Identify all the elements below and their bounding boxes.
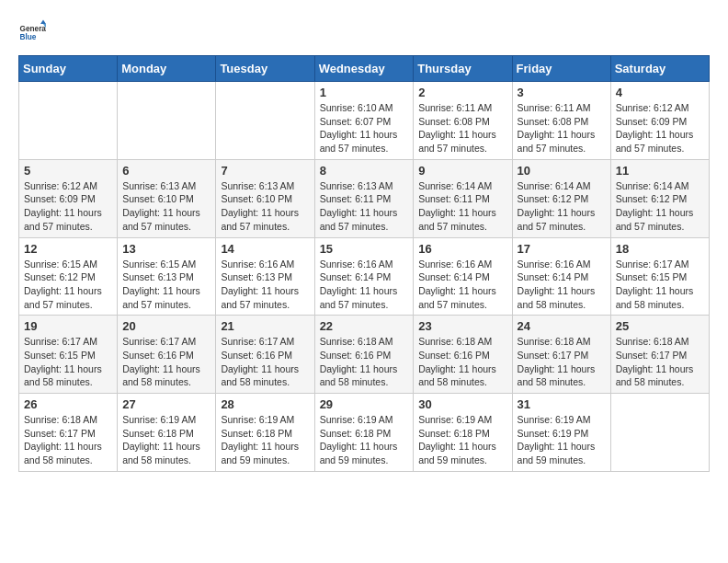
day-number: 15	[320, 242, 409, 256]
day-number: 1	[320, 86, 409, 99]
logo-icon: General Blue	[18, 18, 46, 46]
day-number: 27	[122, 397, 210, 411]
calendar-cell: 21Sunrise: 6:17 AM Sunset: 6:16 PM Dayli…	[216, 316, 314, 394]
weekday-header-monday: Monday	[118, 56, 216, 82]
calendar-cell: 5Sunrise: 6:12 AM Sunset: 6:09 PM Daylig…	[19, 159, 118, 237]
calendar-cell: 18Sunrise: 6:17 AM Sunset: 6:15 PM Dayli…	[610, 237, 709, 316]
day-info: Sunrise: 6:18 AM Sunset: 6:17 PM Dayligh…	[24, 413, 112, 467]
calendar-cell: 24Sunrise: 6:18 AM Sunset: 6:17 PM Dayli…	[512, 316, 610, 394]
calendar-cell: 20Sunrise: 6:17 AM Sunset: 6:16 PM Dayli…	[118, 316, 216, 394]
day-info: Sunrise: 6:18 AM Sunset: 6:17 PM Dayligh…	[518, 335, 606, 389]
day-number: 26	[24, 397, 112, 411]
day-number: 4	[616, 86, 704, 99]
calendar-cell: 13Sunrise: 6:15 AM Sunset: 6:13 PM Dayli…	[118, 237, 216, 316]
day-info: Sunrise: 6:13 AM Sunset: 6:10 PM Dayligh…	[122, 179, 210, 234]
day-info: Sunrise: 6:14 AM Sunset: 6:11 PM Dayligh…	[418, 179, 506, 234]
svg-text:Blue: Blue	[20, 33, 37, 41]
day-info: Sunrise: 6:17 AM Sunset: 6:16 PM Dayligh…	[221, 335, 309, 389]
calendar-cell: 19Sunrise: 6:17 AM Sunset: 6:15 PM Dayli…	[19, 316, 118, 394]
day-info: Sunrise: 6:15 AM Sunset: 6:13 PM Dayligh…	[122, 258, 210, 312]
day-info: Sunrise: 6:17 AM Sunset: 6:15 PM Dayligh…	[616, 258, 704, 312]
calendar-cell: 3Sunrise: 6:11 AM Sunset: 6:08 PM Daylig…	[512, 82, 610, 160]
day-number: 17	[518, 242, 606, 256]
calendar-cell: 17Sunrise: 6:16 AM Sunset: 6:14 PM Dayli…	[512, 237, 610, 316]
day-number: 8	[320, 164, 409, 178]
calendar-cell: 22Sunrise: 6:18 AM Sunset: 6:16 PM Dayli…	[314, 316, 414, 394]
calendar-cell: 11Sunrise: 6:14 AM Sunset: 6:12 PM Dayli…	[610, 159, 709, 237]
day-info: Sunrise: 6:15 AM Sunset: 6:12 PM Dayligh…	[24, 258, 112, 312]
day-number: 9	[418, 164, 506, 178]
calendar-week-5: 26Sunrise: 6:18 AM Sunset: 6:17 PM Dayli…	[19, 394, 710, 472]
calendar-cell: 2Sunrise: 6:11 AM Sunset: 6:08 PM Daylig…	[414, 82, 512, 160]
day-number: 7	[221, 164, 309, 178]
calendar-cell: 27Sunrise: 6:19 AM Sunset: 6:18 PM Dayli…	[118, 394, 216, 472]
logo: General Blue	[18, 18, 55, 46]
calendar-cell: 23Sunrise: 6:18 AM Sunset: 6:16 PM Dayli…	[414, 316, 512, 394]
day-info: Sunrise: 6:19 AM Sunset: 6:18 PM Dayligh…	[320, 413, 409, 467]
day-info: Sunrise: 6:12 AM Sunset: 6:09 PM Dayligh…	[24, 179, 112, 234]
calendar-cell: 6Sunrise: 6:13 AM Sunset: 6:10 PM Daylig…	[118, 159, 216, 237]
day-info: Sunrise: 6:18 AM Sunset: 6:16 PM Dayligh…	[320, 335, 409, 389]
calendar-cell: 9Sunrise: 6:14 AM Sunset: 6:11 PM Daylig…	[414, 159, 512, 237]
svg-text:General: General	[20, 25, 47, 33]
day-info: Sunrise: 6:17 AM Sunset: 6:15 PM Dayligh…	[24, 335, 112, 389]
day-info: Sunrise: 6:10 AM Sunset: 6:07 PM Dayligh…	[320, 101, 409, 155]
calendar-cell: 25Sunrise: 6:18 AM Sunset: 6:17 PM Dayli…	[610, 316, 709, 394]
day-number: 18	[616, 242, 704, 256]
day-number: 24	[518, 319, 606, 333]
day-number: 16	[418, 242, 506, 256]
day-info: Sunrise: 6:12 AM Sunset: 6:09 PM Dayligh…	[616, 101, 704, 155]
day-number: 31	[518, 397, 606, 411]
calendar-cell: 12Sunrise: 6:15 AM Sunset: 6:12 PM Dayli…	[19, 237, 118, 316]
day-number: 11	[616, 164, 704, 178]
day-number: 6	[122, 164, 210, 178]
calendar-cell	[216, 82, 314, 160]
day-number: 20	[122, 319, 210, 333]
day-info: Sunrise: 6:18 AM Sunset: 6:17 PM Dayligh…	[616, 335, 704, 389]
calendar-cell: 31Sunrise: 6:19 AM Sunset: 6:19 PM Dayli…	[512, 394, 610, 472]
weekday-header-tuesday: Tuesday	[216, 56, 314, 82]
weekday-header-thursday: Thursday	[414, 56, 512, 82]
calendar-cell: 28Sunrise: 6:19 AM Sunset: 6:18 PM Dayli…	[216, 394, 314, 472]
calendar-cell: 1Sunrise: 6:10 AM Sunset: 6:07 PM Daylig…	[314, 82, 414, 160]
day-number: 28	[221, 397, 309, 411]
calendar-cell: 30Sunrise: 6:19 AM Sunset: 6:18 PM Dayli…	[414, 394, 512, 472]
day-info: Sunrise: 6:14 AM Sunset: 6:12 PM Dayligh…	[616, 179, 704, 234]
day-info: Sunrise: 6:16 AM Sunset: 6:14 PM Dayligh…	[320, 258, 409, 312]
day-number: 14	[221, 242, 309, 256]
day-info: Sunrise: 6:19 AM Sunset: 6:18 PM Dayligh…	[122, 413, 210, 467]
day-number: 13	[122, 242, 210, 256]
day-info: Sunrise: 6:16 AM Sunset: 6:14 PM Dayligh…	[418, 258, 506, 312]
weekday-header-wednesday: Wednesday	[314, 56, 414, 82]
day-number: 30	[418, 397, 506, 411]
calendar-cell: 15Sunrise: 6:16 AM Sunset: 6:14 PM Dayli…	[314, 237, 414, 316]
calendar-cell: 26Sunrise: 6:18 AM Sunset: 6:17 PM Dayli…	[19, 394, 118, 472]
day-number: 29	[320, 397, 409, 411]
day-number: 10	[518, 164, 606, 178]
calendar-table: SundayMondayTuesdayWednesdayThursdayFrid…	[18, 55, 710, 472]
calendar-header-row: SundayMondayTuesdayWednesdayThursdayFrid…	[19, 56, 710, 82]
calendar-cell: 7Sunrise: 6:13 AM Sunset: 6:10 PM Daylig…	[216, 159, 314, 237]
weekday-header-sunday: Sunday	[19, 56, 118, 82]
day-number: 19	[24, 319, 112, 333]
day-number: 12	[24, 242, 112, 256]
calendar-week-3: 12Sunrise: 6:15 AM Sunset: 6:12 PM Dayli…	[19, 237, 710, 316]
calendar-week-1: 1Sunrise: 6:10 AM Sunset: 6:07 PM Daylig…	[19, 82, 710, 160]
day-info: Sunrise: 6:19 AM Sunset: 6:19 PM Dayligh…	[518, 413, 606, 467]
calendar-cell: 16Sunrise: 6:16 AM Sunset: 6:14 PM Dayli…	[414, 237, 512, 316]
page-header: General Blue	[18, 18, 710, 46]
day-info: Sunrise: 6:13 AM Sunset: 6:11 PM Dayligh…	[320, 179, 409, 234]
day-number: 2	[418, 86, 506, 99]
calendar-cell: 10Sunrise: 6:14 AM Sunset: 6:12 PM Dayli…	[512, 159, 610, 237]
calendar-cell: 14Sunrise: 6:16 AM Sunset: 6:13 PM Dayli…	[216, 237, 314, 316]
day-number: 25	[616, 319, 704, 333]
day-info: Sunrise: 6:17 AM Sunset: 6:16 PM Dayligh…	[122, 335, 210, 389]
day-info: Sunrise: 6:11 AM Sunset: 6:08 PM Dayligh…	[518, 101, 606, 155]
day-info: Sunrise: 6:13 AM Sunset: 6:10 PM Dayligh…	[221, 179, 309, 234]
calendar-cell: 29Sunrise: 6:19 AM Sunset: 6:18 PM Dayli…	[314, 394, 414, 472]
day-info: Sunrise: 6:19 AM Sunset: 6:18 PM Dayligh…	[418, 413, 506, 467]
calendar-cell	[19, 82, 118, 160]
weekday-header-saturday: Saturday	[610, 56, 709, 82]
calendar-cell	[610, 394, 709, 472]
calendar-week-2: 5Sunrise: 6:12 AM Sunset: 6:09 PM Daylig…	[19, 159, 710, 237]
